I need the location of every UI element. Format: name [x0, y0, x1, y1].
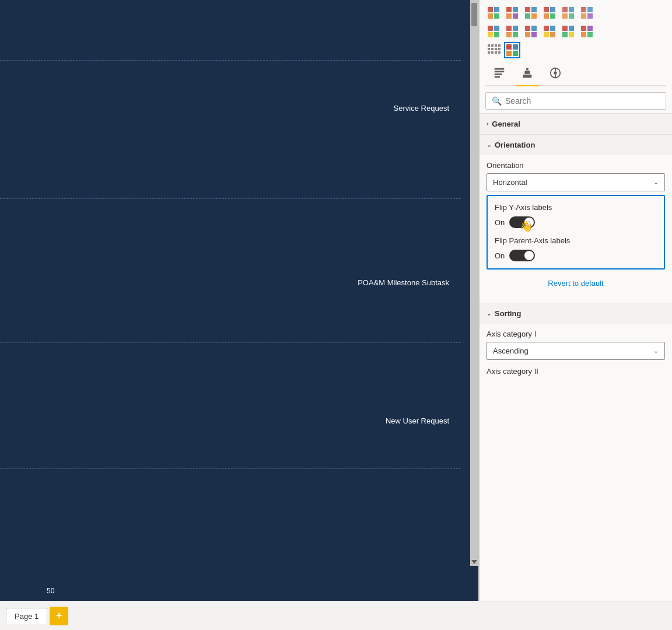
svg-rect-40	[562, 26, 568, 31]
svg-rect-63	[513, 51, 518, 56]
section-sorting-header[interactable]: ⌄ Sorting	[480, 303, 672, 324]
svg-rect-65	[495, 71, 505, 72]
x-axis-label: 50	[47, 587, 54, 595]
viz-icon-9[interactable]	[523, 23, 539, 40]
svg-rect-38	[544, 32, 549, 37]
svg-rect-42	[562, 32, 568, 37]
svg-rect-27	[494, 32, 499, 37]
viz-icon-7[interactable]	[485, 23, 502, 40]
svg-rect-21	[587, 7, 593, 12]
svg-rect-52	[488, 48, 490, 50]
svg-rect-0	[488, 7, 493, 12]
svg-rect-2	[488, 13, 493, 19]
svg-rect-55	[498, 48, 501, 50]
scrollbar-thumb[interactable]	[471, 3, 477, 26]
svg-rect-37	[550, 26, 555, 31]
svg-rect-47	[587, 32, 593, 37]
chart-area: Service Request POA&M Milestone Subtask …	[0, 0, 480, 601]
svg-rect-14	[544, 13, 549, 19]
svg-rect-41	[569, 26, 574, 31]
flip-y-axis-thumb	[524, 218, 534, 227]
viz-icon-12[interactable]	[579, 23, 595, 40]
flip-parent-axis-title: Flip Parent-Axis labels	[495, 236, 657, 245]
tab-fields[interactable]	[485, 61, 513, 85]
svg-rect-58	[495, 51, 497, 54]
svg-rect-24	[488, 26, 493, 31]
svg-rect-56	[488, 51, 490, 54]
search-box[interactable]: 🔍	[485, 92, 666, 110]
chevron-down-sorting: ⌄	[487, 310, 491, 317]
svg-rect-5	[513, 7, 518, 12]
revert-button[interactable]: Revert to default	[494, 274, 658, 292]
viz-icon-10[interactable]	[541, 23, 558, 40]
orientation-content: Orientation Horizontal ⌄ Flip Y-Axis lab…	[480, 155, 672, 303]
chart-label-poam: POA&M Milestone Subtask	[358, 278, 449, 287]
svg-rect-67	[495, 76, 500, 78]
svg-rect-18	[562, 13, 568, 19]
page-1-tab[interactable]: Page 1	[6, 608, 47, 624]
flip-parent-axis-on-label: On	[495, 251, 505, 260]
svg-rect-34	[525, 32, 530, 37]
svg-rect-69	[524, 71, 530, 74]
search-input[interactable]	[505, 96, 660, 106]
svg-rect-28	[506, 26, 512, 31]
bottom-bar: Page 1 +	[0, 601, 672, 630]
svg-rect-8	[525, 7, 530, 12]
dashed-line-1	[0, 60, 461, 61]
flip-parent-axis-track	[509, 250, 535, 261]
orientation-dropdown[interactable]: Horizontal ⌄	[487, 173, 665, 191]
svg-rect-61	[513, 44, 518, 50]
flip-labels-box: Flip Y-Axis labels On 👋	[487, 195, 665, 270]
svg-rect-32	[525, 26, 530, 31]
scrollbar-vertical[interactable]	[470, 0, 478, 566]
flip-y-axis-toggle-row: On 👋	[495, 216, 657, 228]
viz-icon-11[interactable]	[560, 23, 576, 40]
viz-icon-row-1	[485, 5, 666, 21]
viz-icon-2[interactable]	[504, 5, 520, 21]
svg-rect-50	[495, 44, 497, 47]
svg-rect-43	[569, 32, 574, 37]
svg-rect-53	[491, 48, 494, 50]
add-page-button[interactable]: +	[50, 607, 68, 625]
viz-icon-5[interactable]	[560, 5, 576, 21]
svg-rect-9	[531, 7, 537, 12]
svg-rect-59	[498, 51, 501, 54]
svg-rect-60	[506, 44, 512, 50]
flip-y-axis-track	[509, 216, 535, 228]
grid-dots-icon[interactable]	[485, 42, 502, 58]
svg-rect-30	[506, 32, 512, 37]
dashed-line-4	[0, 468, 461, 469]
svg-point-72	[554, 71, 557, 75]
svg-rect-13	[550, 7, 555, 12]
svg-rect-70	[526, 68, 528, 71]
flip-y-axis-toggle[interactable]: 👋	[509, 216, 535, 228]
viz-icon-8[interactable]	[504, 23, 520, 40]
axis-cat-2-label: Axis category II	[487, 367, 665, 376]
tab-analytics[interactable]	[541, 61, 569, 85]
flip-parent-axis-toggle[interactable]	[509, 250, 535, 261]
scrollbar-arrow-down[interactable]	[471, 560, 477, 564]
viz-icon-3[interactable]	[523, 5, 539, 21]
section-general-label: General	[492, 120, 520, 128]
viz-icon-row-3	[485, 42, 666, 58]
axis-cat-1-dropdown[interactable]: Ascending ⌄	[487, 342, 665, 360]
svg-rect-66	[495, 74, 502, 75]
viz-icon-6[interactable]	[579, 5, 595, 21]
viz-icon-1[interactable]	[485, 5, 502, 21]
svg-rect-64	[495, 68, 505, 70]
section-orientation-header[interactable]: ⌄ Orientation	[480, 134, 672, 155]
viz-icon-4[interactable]	[541, 5, 558, 21]
flip-parent-axis-section: Flip Parent-Axis labels On	[495, 236, 657, 261]
flip-parent-axis-thumb	[524, 251, 534, 260]
svg-rect-3	[494, 13, 499, 19]
chevron-down-icon: ⌄	[653, 178, 659, 186]
svg-rect-19	[569, 13, 574, 19]
svg-rect-49	[491, 44, 494, 47]
section-general-header[interactable]: › General	[480, 113, 672, 134]
tab-format[interactable]	[513, 61, 541, 85]
svg-rect-62	[506, 51, 512, 56]
flip-parent-axis-toggle-row: On	[495, 250, 657, 261]
chart-type-icon-selected[interactable]	[504, 42, 520, 58]
svg-rect-7	[513, 13, 518, 19]
right-panel: 🔍 › General ⌄ Orientation Orientation Ho…	[480, 0, 672, 601]
